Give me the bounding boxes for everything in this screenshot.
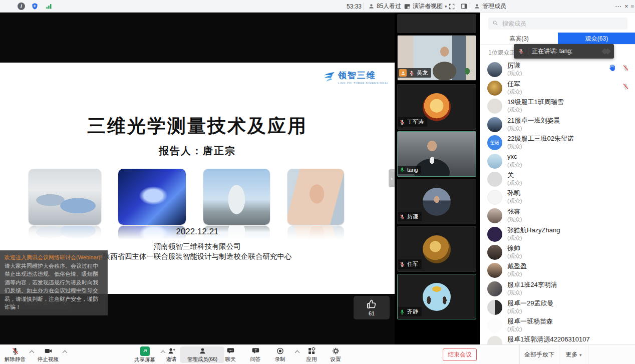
apps-grid-icon: [307, 346, 316, 355]
network-signal-icon[interactable]: [45, 0, 53, 13]
participant-name-chip: 厉谦: [398, 212, 422, 221]
member-row[interactable]: 服卓1班郭清源42206310107 (观众): [480, 335, 635, 344]
camera-icon: [44, 346, 53, 355]
avatar: [487, 263, 502, 278]
member-row[interactable]: 关 (观众): [480, 171, 635, 188]
search-icon: [492, 20, 498, 26]
member-row[interactable]: 厉谦 (观众): [480, 61, 635, 78]
member-row[interactable]: 服卓1班24李明清 (观众): [480, 280, 635, 297]
side-panel-toggle[interactable]: [460, 0, 468, 13]
slide-image-scanning-equipment: [118, 169, 186, 225]
avatar: [487, 190, 502, 205]
slide-date: 2022.12.21: [0, 227, 395, 237]
member-role: (观众): [507, 70, 522, 77]
bottom-toolbar: 解除静音 停止视频 共享屏幕 邀请 管理成员(66) 聊天 ?: [0, 344, 635, 364]
raised-hand-icon[interactable]: [608, 64, 616, 72]
avatar: [423, 235, 451, 263]
speaking-toast: 正在讲话: tang;: [514, 44, 614, 59]
company-logo: 领智三维 LING ZHI THREE DIMENSIONAL: [323, 70, 389, 85]
member-name: 张皓航HazyZhang: [507, 226, 560, 235]
tab-attendees[interactable]: 观众(63): [558, 33, 635, 44]
member-row[interactable]: 19级服工1班周瑞雪 (观众): [480, 98, 635, 115]
tab-guests[interactable]: 嘉宾(3): [480, 33, 558, 44]
member-row[interactable]: 玺诺 22级服工三班02朱玺诺 (观众): [480, 134, 635, 151]
shield-icon: [31, 3, 39, 10]
more-options-button[interactable]: ⋯: [615, 0, 621, 13]
more-actions-button[interactable]: 更多 ▾: [559, 345, 588, 364]
invite-button[interactable]: 邀请: [160, 346, 182, 363]
close-panel-button[interactable]: ×: [624, 0, 628, 13]
view-mode-label: 演讲者视图: [413, 2, 443, 11]
participant-name-chip: 吴龙: [398, 68, 431, 78]
member-row[interactable]: 服卓一29孟欣曼 (观众): [480, 299, 635, 316]
video-tile-partial[interactable]: [397, 14, 476, 33]
avatar: [487, 245, 502, 260]
fullscreen-button[interactable]: [448, 0, 455, 13]
member-role: (观众): [507, 234, 522, 242]
view-mode-selector[interactable]: 演讲者视图 ▾: [404, 0, 447, 13]
member-row[interactable]: 张皓航HazyZhang (观众): [480, 226, 635, 243]
like-button[interactable]: 61: [354, 296, 390, 319]
chevron-down-icon: ▾: [445, 4, 447, 9]
question-bubble-icon: ?: [251, 346, 260, 355]
member-name: 任军: [507, 80, 520, 89]
member-name: 21服卓一班刘姿晨: [507, 116, 560, 125]
record-button[interactable]: 录制: [269, 346, 291, 363]
mic-muted-icon[interactable]: [622, 64, 629, 72]
manage-members-button[interactable]: 管理成员(66): [180, 346, 224, 363]
chat-button[interactable]: 聊天: [219, 346, 241, 363]
video-tile[interactable]: 厉谦: [397, 179, 476, 224]
member-row[interactable]: 任军 (观众): [480, 80, 635, 97]
member-role: (观众): [507, 125, 522, 132]
member-row[interactable]: 徐帅 (观众): [480, 244, 635, 261]
search-input[interactable]: [488, 18, 627, 30]
member-role: (观众): [507, 307, 522, 315]
avatar: [487, 81, 502, 96]
chevron-up-icon[interactable]: [295, 350, 300, 355]
member-row[interactable]: 张睿 (观众): [480, 207, 635, 224]
participant-name: tang: [407, 167, 418, 173]
tool-label: 邀请: [166, 356, 177, 363]
video-tile[interactable]: 丁军涛: [397, 84, 476, 130]
mic-muted-icon: [11, 346, 20, 355]
end-meeting-button[interactable]: 结束会议: [443, 348, 477, 361]
member-name: 孙凯: [507, 189, 520, 198]
video-tile-speaking[interactable]: tang: [397, 131, 476, 177]
lower-all-hands-button[interactable]: 全部手放下: [519, 345, 559, 364]
member-role: (观众): [507, 252, 522, 260]
member-row[interactable]: 21服卓一班刘姿晨 (观众): [480, 116, 635, 133]
video-tile-speaking[interactable]: 齐静: [397, 274, 476, 319]
meeting-window: i 53:33 85人看过 演讲者视图 ▾ 管理成员 ⋯ ×: [0, 0, 635, 364]
menu-icon[interactable]: ≡: [630, 0, 634, 13]
mic-muted-icon: [518, 48, 524, 55]
meeting-info-icon[interactable]: i: [18, 0, 25, 13]
avatar: [487, 300, 502, 315]
stop-video-button[interactable]: 停止视频: [35, 346, 61, 363]
divider: [470, 3, 470, 10]
panel-icon: [460, 3, 468, 10]
security-shield-icon[interactable]: [31, 0, 39, 13]
settings-button[interactable]: 设置: [325, 346, 347, 363]
apps-button[interactable]: 应用: [300, 346, 323, 363]
chevron-up-icon[interactable]: [63, 350, 68, 355]
member-row[interactable]: 服卓一班杨苗森 (观众): [480, 317, 635, 334]
member-row[interactable]: 戴盈盈 (观众): [480, 262, 635, 279]
tool-label: 设置: [331, 356, 341, 363]
member-name: 服卓一29孟欣曼: [507, 299, 553, 308]
member-role: (观众): [507, 216, 522, 223]
member-row[interactable]: 孙凯 (观众): [480, 189, 635, 206]
video-tile[interactable]: 任军: [397, 226, 476, 272]
video-tile[interactable]: 吴龙: [397, 35, 476, 81]
mic-muted-icon[interactable]: [622, 83, 629, 90]
participant-name: 任军: [407, 260, 418, 268]
share-screen-button[interactable]: 共享屏幕: [130, 346, 160, 363]
qa-button[interactable]: ? 问答: [244, 346, 266, 363]
mic-muted-icon: [399, 119, 405, 125]
avatar: [487, 208, 502, 223]
member-row[interactable]: yxc (观众): [480, 153, 635, 170]
expand-arrow-icon[interactable]: ›: [389, 169, 395, 187]
member-role: (观众): [507, 270, 522, 278]
unmute-button[interactable]: 解除静音: [2, 346, 28, 363]
chevron-up-icon[interactable]: [30, 350, 35, 355]
person-icon: [401, 71, 406, 76]
